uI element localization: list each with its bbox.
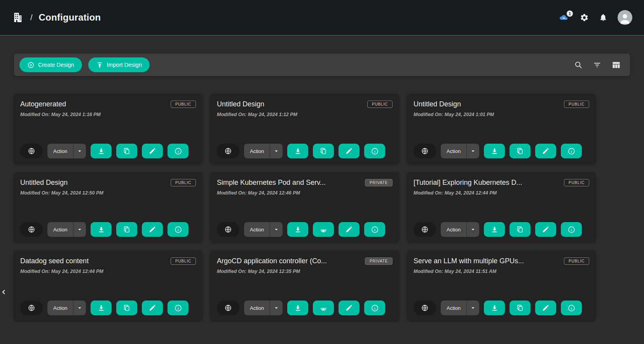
toolbar-right-icons — [574, 61, 625, 69]
download-button[interactable] — [91, 301, 112, 315]
action-dropdown-button[interactable] — [73, 222, 86, 237]
copy-button[interactable] — [510, 301, 531, 315]
info-button[interactable] — [561, 301, 582, 315]
copy-icon — [123, 304, 131, 312]
download-button[interactable] — [287, 222, 308, 237]
import-design-button[interactable]: Import Design — [88, 57, 150, 72]
modified-on: Modified On: May 24, 2024 12:46 PM — [217, 190, 393, 196]
action-dropdown-button[interactable] — [270, 144, 283, 158]
action-button[interactable]: Action — [244, 222, 270, 237]
info-button[interactable] — [561, 222, 582, 237]
action-button[interactable]: Action — [47, 144, 73, 158]
notifications-button[interactable] — [599, 13, 607, 22]
visibility-globe-button[interactable] — [217, 222, 239, 237]
sidebar-collapse-toggle[interactable]: ‹ — [0, 286, 7, 297]
pencil-icon — [345, 304, 353, 312]
chevron-down-icon — [273, 148, 280, 155]
globe-icon — [224, 147, 232, 155]
action-split-button: Action — [441, 144, 479, 158]
globe-icon — [28, 147, 35, 155]
info-button[interactable] — [168, 301, 188, 315]
action-button[interactable]: Action — [441, 222, 466, 237]
action-dropdown-button[interactable] — [270, 222, 283, 237]
download-button[interactable] — [91, 144, 112, 158]
info-icon — [174, 226, 182, 234]
info-icon — [371, 147, 379, 155]
copy-button[interactable] — [313, 144, 334, 158]
download-button[interactable] — [91, 222, 112, 237]
info-button[interactable] — [364, 144, 385, 158]
action-button[interactable]: Action — [441, 144, 466, 158]
copy-button[interactable] — [116, 222, 137, 237]
download-button[interactable] — [484, 144, 505, 158]
visibility-globe-button[interactable] — [414, 301, 436, 315]
visibility-badge: PRIVATE — [365, 179, 393, 186]
person-icon — [618, 12, 632, 25]
download-button[interactable] — [287, 301, 308, 315]
action-dropdown-button[interactable] — [270, 301, 283, 315]
copy-button[interactable] — [510, 144, 531, 158]
action-button[interactable]: Action — [47, 301, 73, 315]
visibility-globe-button[interactable] — [217, 144, 239, 158]
info-button[interactable] — [168, 144, 188, 158]
edit-button[interactable] — [535, 144, 556, 158]
design-spiral-button[interactable] — [313, 222, 334, 237]
action-button[interactable]: Action — [244, 301, 270, 315]
action-split-button: Action — [441, 222, 479, 237]
info-icon — [567, 147, 576, 155]
copy-button[interactable] — [116, 301, 137, 315]
visibility-globe-button[interactable] — [414, 222, 436, 237]
action-dropdown-button[interactable] — [466, 222, 479, 237]
visibility-badge: PUBLIC — [564, 179, 589, 186]
create-design-button[interactable]: Create Design — [19, 57, 82, 72]
info-button[interactable] — [364, 301, 385, 315]
edit-button[interactable] — [339, 144, 360, 158]
edit-button[interactable] — [142, 144, 163, 158]
page-title: Configuration — [39, 12, 101, 23]
action-button[interactable]: Action — [244, 144, 270, 158]
edit-button[interactable] — [339, 222, 360, 237]
download-button[interactable] — [484, 222, 505, 237]
visibility-badge: PUBLIC — [171, 101, 196, 108]
modified-on: Modified On: May 24, 2024 12:50 PM — [20, 190, 196, 196]
action-dropdown-button[interactable] — [73, 144, 86, 158]
edit-button[interactable] — [535, 301, 556, 315]
info-button[interactable] — [168, 222, 188, 237]
design-card: Simple Kubernetes Pod and Serv... PRIVAT… — [211, 172, 399, 242]
gear-icon — [580, 13, 589, 22]
user-avatar[interactable] — [618, 10, 632, 25]
edit-button[interactable] — [535, 222, 556, 237]
design-spiral-button[interactable] — [313, 301, 334, 315]
info-icon — [371, 304, 379, 312]
pencil-icon — [542, 304, 550, 312]
modified-on: Modified On: May 24, 2024 1:01 PM — [414, 112, 589, 117]
action-dropdown-button[interactable] — [466, 301, 479, 315]
table-view-button[interactable] — [612, 61, 621, 69]
edit-button[interactable] — [339, 301, 360, 315]
card-header: ArgoCD application controller (Co... PRI… — [217, 257, 393, 265]
info-button[interactable] — [561, 144, 582, 158]
copy-button[interactable] — [116, 144, 137, 158]
action-button[interactable]: Action — [441, 301, 466, 315]
visibility-globe-button[interactable] — [217, 301, 239, 315]
cloud-provider-button[interactable]: 1 — [557, 13, 570, 22]
action-dropdown-button[interactable] — [73, 301, 86, 315]
edit-button[interactable] — [142, 301, 163, 315]
search-button[interactable] — [574, 61, 583, 69]
settings-button[interactable] — [580, 13, 589, 22]
visibility-globe-button[interactable] — [20, 222, 43, 237]
download-button[interactable] — [484, 301, 505, 315]
action-button[interactable]: Action — [47, 222, 73, 237]
edit-button[interactable] — [142, 222, 163, 237]
visibility-globe-button[interactable] — [20, 144, 43, 158]
action-dropdown-button[interactable] — [466, 144, 479, 158]
pencil-icon — [542, 147, 550, 155]
visibility-globe-button[interactable] — [20, 301, 43, 315]
card-header: Autogenerated PUBLIC — [20, 100, 196, 108]
design-card: Untitled Design PUBLIC Modified On: May … — [407, 94, 595, 164]
filter-button[interactable] — [593, 61, 602, 69]
copy-button[interactable] — [510, 222, 531, 237]
download-button[interactable] — [287, 144, 308, 158]
info-button[interactable] — [364, 222, 385, 237]
visibility-globe-button[interactable] — [414, 144, 436, 158]
